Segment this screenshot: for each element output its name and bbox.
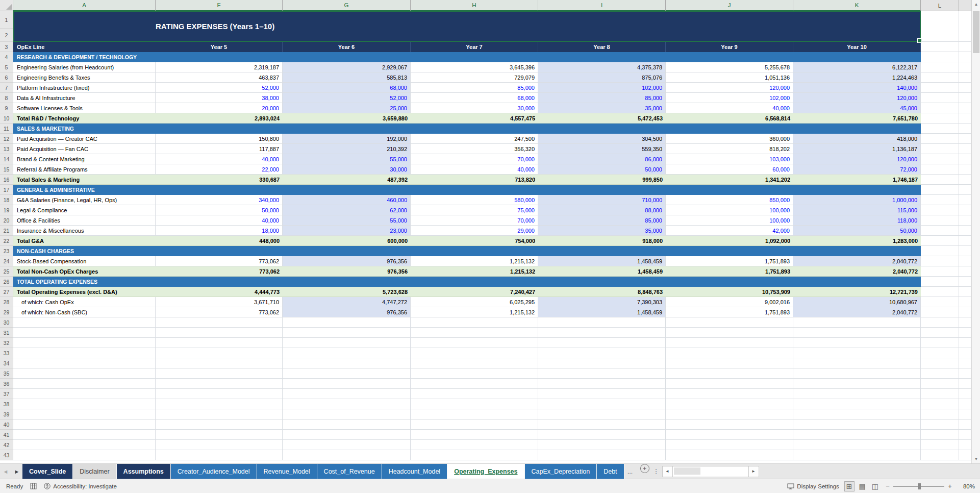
cell-F41[interactable] (156, 430, 283, 440)
cell-H20[interactable]: 70,000 (411, 215, 538, 226)
cell-K5[interactable]: 6,122,317 (793, 62, 921, 72)
cell-K13[interactable]: 1,136,187 (793, 144, 921, 154)
row-number-4[interactable]: 4 (0, 52, 13, 62)
cell-G29[interactable]: 976,356 (283, 307, 411, 317)
cell-F39[interactable] (156, 409, 283, 420)
row-label-5[interactable]: Engineering Salaries (from Headcount) (13, 62, 156, 72)
cell-G42[interactable] (283, 440, 411, 450)
cell-beyond[interactable] (959, 389, 971, 399)
cell-F6[interactable]: 463,837 (156, 72, 283, 83)
cell-L12[interactable] (921, 134, 959, 144)
accessibility-status[interactable]: Accessibility: Investigate (53, 483, 117, 489)
sheet-tab-cover_slide[interactable]: Cover_Slide (22, 464, 73, 479)
cell-H40[interactable] (411, 420, 538, 430)
cell-A33[interactable] (13, 348, 156, 358)
cell-A38[interactable] (13, 399, 156, 409)
cell-F40[interactable] (156, 420, 283, 430)
cell-L35[interactable] (921, 368, 959, 379)
cell-I18[interactable]: 710,000 (538, 195, 666, 205)
sheet-tab-creator_audience_model[interactable]: Creator_Audience_Model (171, 464, 257, 479)
cell-K30[interactable] (793, 317, 921, 328)
row-label-20[interactable]: Office & Facilities (13, 215, 156, 226)
cell-J30[interactable] (666, 317, 793, 328)
cell-L9[interactable] (921, 103, 959, 113)
cell-H15[interactable]: 40,000 (411, 164, 538, 175)
cell-G43[interactable] (283, 450, 411, 460)
cell-F33[interactable] (156, 348, 283, 358)
cell-J42[interactable] (666, 440, 793, 450)
title-banner-cell[interactable] (13, 11, 921, 42)
cell-J43[interactable] (666, 450, 793, 460)
cell-F36[interactable] (156, 379, 283, 389)
cell-L4[interactable] (921, 52, 959, 62)
cell-beyond[interactable] (959, 215, 971, 226)
zoom-slider[interactable] (893, 486, 944, 487)
cell-F22[interactable]: 448,000 (156, 236, 283, 246)
cell-L41[interactable] (921, 430, 959, 440)
cell-J32[interactable] (666, 338, 793, 348)
cell-K16[interactable]: 1,746,187 (793, 175, 921, 185)
cell-G37[interactable] (283, 389, 411, 399)
sheet-grid[interactable]: 123OpEx LineYear 5Year 6Year 7Year 8Year… (0, 11, 971, 463)
cell-K18[interactable]: 1,000,000 (793, 195, 921, 205)
cell-G31[interactable] (283, 328, 411, 338)
section-header-4[interactable]: RESEARCH & DEVELOPMENT / TECHNOLOGY (13, 52, 921, 62)
cell-G35[interactable] (283, 368, 411, 379)
cell-F38[interactable] (156, 399, 283, 409)
cell-L31[interactable] (921, 328, 959, 338)
cell-L32[interactable] (921, 338, 959, 348)
cell-I6[interactable]: 875,076 (538, 72, 666, 83)
section-header-26[interactable]: TOTAL OPERATING EXPENSES (13, 277, 921, 287)
cell-beyond[interactable] (959, 185, 971, 195)
row-number-36[interactable]: 36 (0, 379, 13, 389)
cell-H19[interactable]: 75,000 (411, 205, 538, 215)
cell-A40[interactable] (13, 420, 156, 430)
cell-H5[interactable]: 3,645,396 (411, 62, 538, 72)
cell-I21[interactable]: 35,000 (538, 226, 666, 236)
cell-F24[interactable]: 773,062 (156, 256, 283, 266)
row-number-35[interactable]: 35 (0, 368, 13, 379)
row-number-14[interactable]: 14 (0, 154, 13, 164)
cell-I8[interactable]: 85,000 (538, 93, 666, 103)
cell-I39[interactable] (538, 409, 666, 420)
cell-H8[interactable]: 68,000 (411, 93, 538, 103)
col-header-F[interactable]: F (156, 0, 283, 11)
cell-A37[interactable] (13, 389, 156, 399)
horizontal-scrollbar[interactable]: ◄ ► (662, 464, 759, 479)
cell-J41[interactable] (666, 430, 793, 440)
cell-F43[interactable] (156, 450, 283, 460)
cell-J33[interactable] (666, 348, 793, 358)
cell-G5[interactable]: 2,929,067 (283, 62, 411, 72)
cell-K39[interactable] (793, 409, 921, 420)
row-label-6[interactable]: Engineering Benefits & Taxes (13, 72, 156, 83)
tab-scroll-right-icon[interactable]: ► (11, 464, 22, 479)
cell-beyond[interactable] (959, 409, 971, 420)
row-number-31[interactable]: 31 (0, 328, 13, 338)
cell-F18[interactable]: 340,000 (156, 195, 283, 205)
cell-L33[interactable] (921, 348, 959, 358)
cell-H7[interactable]: 85,000 (411, 83, 538, 93)
cell-A30[interactable] (13, 317, 156, 328)
cell-K38[interactable] (793, 399, 921, 409)
row-number-2[interactable]: 2 (0, 29, 13, 42)
row-number-39[interactable]: 39 (0, 409, 13, 420)
hscroll-track[interactable] (673, 466, 748, 477)
cell-I36[interactable] (538, 379, 666, 389)
cell-I22[interactable]: 918,000 (538, 236, 666, 246)
cell-J40[interactable] (666, 420, 793, 430)
page-layout-view-icon[interactable]: ▤ (858, 482, 867, 491)
cell-L19[interactable] (921, 205, 959, 215)
cell-K40[interactable] (793, 420, 921, 430)
cell-G32[interactable] (283, 338, 411, 348)
cell-I32[interactable] (538, 338, 666, 348)
cell-K43[interactable] (793, 450, 921, 460)
cell-beyond[interactable] (959, 52, 971, 62)
row-number-16[interactable]: 16 (0, 175, 13, 185)
cell-I33[interactable] (538, 348, 666, 358)
cell-F5[interactable]: 2,319,187 (156, 62, 283, 72)
cell-J6[interactable]: 1,051,136 (666, 72, 793, 83)
cell-J8[interactable]: 102,000 (666, 93, 793, 103)
cell-G18[interactable]: 460,000 (283, 195, 411, 205)
cell-beyond[interactable] (959, 338, 971, 348)
row-label-9[interactable]: Software Licenses & Tools (13, 103, 156, 113)
